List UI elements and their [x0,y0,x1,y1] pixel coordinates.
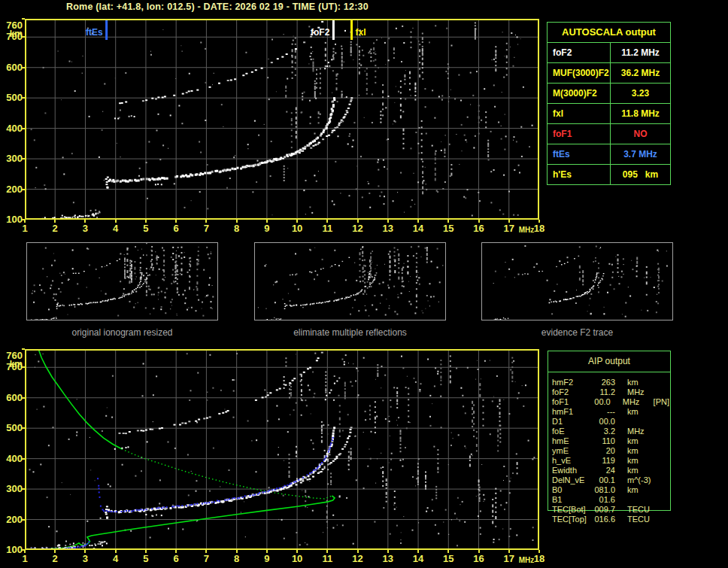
parameter-value: 20 [591,446,615,456]
y-axis-unit-label: km [5,29,23,39]
thumbnail-eliminate-reflections [254,242,446,320]
y-axis-tick [22,397,25,399]
x-axis-tick-label: 15 [443,223,453,234]
parameter-unit: km [627,407,659,417]
x-axis-tick-label: 12 [352,553,362,564]
parameter-name: foF1 [552,397,588,407]
x-axis-tick [266,550,268,553]
aip-row-yme: ymE20km [552,446,669,456]
x-axis-tick [417,550,419,553]
parameter-value: 110 [591,436,615,446]
thumb3-cleanup-mask [482,284,548,310]
parameter-name: DelN_vE [552,475,591,485]
y-axis-tick [22,67,25,68]
aip-row-hmf1: hmF1---km [552,407,669,417]
x-axis-tick-label: 15 [443,553,453,564]
y-axis-tick-label: 400 [0,454,23,463]
x-axis-tick [508,550,510,553]
parameter-unit: km [627,378,659,387]
x-axis-tick [175,220,177,223]
parameter-name: M(3000)F2 [548,84,611,103]
parameter-unit: m^(-3) [627,475,659,485]
x-axis-tick [508,220,510,223]
marker-line-fxi [350,20,353,40]
y-axis-tick-label: 300 [0,484,23,494]
parameter-value: 081.0 [591,485,615,495]
parameter-name: h'Es [548,165,611,184]
parameter-value: 095 km [611,165,670,184]
thumbnail-caption-original: original ionogram resized [26,327,218,338]
x-axis-tick-label: 3 [83,553,88,564]
x-axis-tick [236,550,238,553]
x-axis-tick-label: 4 [113,553,118,564]
aip-row-tectop: TEC[Top]016.6TECU [552,515,669,524]
top-ionogram-plot: ftEsfoF2fxI [25,19,539,220]
aip-row-tecbot: TEC[Bot]009.7TECU [552,505,669,515]
parameter-value: 11.2 MHz [611,43,670,62]
x-axis-tick-label: 18 [534,223,544,234]
x-axis-tick-label: 5 [143,553,148,564]
aip-row-hme: hmE110km [552,436,669,446]
noise-layer [31,22,533,216]
aip-table-title: AIP output [548,356,671,366]
parameter-value: 24 [591,466,615,475]
x-axis-tick [205,550,207,553]
parameter-name: foF2 [552,387,591,397]
parameter-name: foF1 [548,124,611,144]
window-title: Rome (lat: +41.8, lon: 012.5) - DATE: 20… [66,2,369,12]
parameter-unit: km [627,466,659,475]
autoscala-row-muf3000f2: MUF(3000)F236.2 MHz [548,63,670,84]
parameter-value: 263 [591,378,615,387]
x-axis-tick [236,220,238,223]
x-axis-tick [84,550,86,553]
marker-line-fof2 [332,20,335,40]
x-axis-tick [357,550,359,553]
aip-row-ewidth: Ewidth24km [552,466,669,475]
parameter-name: fxI [548,104,611,123]
y-axis-tick [22,348,25,350]
parameter-name: hmF1 [552,407,591,417]
x-axis-tick [84,220,86,223]
x-axis-tick-label: 7 [204,223,209,234]
parameter-name: ftEs [548,144,611,164]
marker-label-ftes: ftEs [86,27,103,38]
x-axis-tick [54,550,56,553]
x-axis-tick-label: 8 [234,553,239,564]
y-axis-tick-label: 200 [0,515,23,524]
parameter-value: 119 [591,456,615,466]
parameter-value: 3.7 MHz [611,144,670,164]
x-axis-tick [115,550,117,553]
parameter-name: foF2 [548,43,611,62]
x-axis-tick-label: 13 [383,553,393,564]
x-axis-tick-label: 10 [292,223,302,234]
thumbnail-original-ionogram [26,242,218,320]
parameter-note: [PN] [654,397,669,407]
y-axis-tick-label: 200 [0,184,23,194]
autoscala-output-window: Rome (lat: +41.8, lon: 012.5) - DATE: 20… [0,0,728,568]
x-axis-tick-label: 11 [322,223,332,234]
aip-row-delnve: DelN_vE00.1m^(-3) [552,475,669,485]
x-axis-tick-label: 14 [413,553,423,564]
y-axis-unit-label: km [5,359,23,369]
x-axis-tick [175,550,177,553]
x-axis-tick [24,220,26,223]
aip-row-fof2: foF211.2MHz [552,387,669,397]
autoscala-output-table: AUTOSCALA output foF211.2 MHzMUF(3000)F2… [547,22,671,185]
x-axis-tick-label: 17 [504,553,514,564]
x-axis-tick [296,220,298,223]
aip-row-b1: B101.6 [552,495,669,505]
parameter-name: B1 [552,495,591,505]
x-axis-tick-label: 11 [322,553,332,564]
noise-layer [29,353,535,547]
x-axis-tick-label: 10 [292,553,302,564]
autoscala-table-title: AUTOSCALA output [548,23,670,43]
parameter-value: 00.0 [588,397,611,407]
x-axis-tick [54,220,56,223]
x-axis-tick [145,550,147,553]
parameter-name: TEC[Bot] [552,505,591,515]
parameter-name: TEC[Top] [552,515,591,524]
parameter-value: 11.2 [591,387,615,397]
x-axis-tick [326,220,328,223]
x-axis-tick [538,220,540,223]
x-axis-unit-label: MHz [519,226,535,234]
